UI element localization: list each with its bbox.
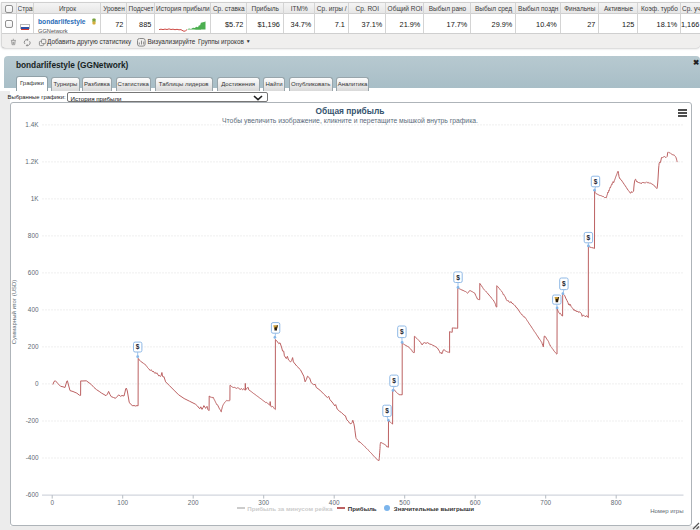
svg-text:800: 800: [611, 499, 622, 506]
svg-text:Номер игры: Номер игры: [650, 508, 683, 514]
svg-text:400: 400: [28, 306, 39, 313]
svg-text:100: 100: [117, 499, 128, 506]
svg-text:0: 0: [50, 499, 54, 506]
svg-text:200: 200: [28, 343, 39, 350]
svg-text:$: $: [587, 234, 591, 242]
svg-text:1.4K: 1.4K: [25, 121, 39, 128]
svg-text:200: 200: [188, 499, 199, 506]
svg-text:$: $: [392, 377, 396, 385]
svg-text:800: 800: [28, 232, 39, 239]
svg-text:$: $: [385, 407, 389, 415]
svg-text:-400: -400: [26, 454, 39, 461]
svg-text:$: $: [562, 280, 566, 288]
svg-text:1K: 1K: [31, 195, 40, 202]
svg-text:Суммарный итог (USD): Суммарный итог (USD): [11, 280, 17, 345]
svg-text:700: 700: [540, 499, 551, 506]
svg-text:$: $: [594, 178, 598, 186]
svg-text:$: $: [456, 274, 460, 282]
svg-text:$: $: [400, 328, 404, 336]
svg-text:600: 600: [28, 269, 39, 276]
svg-text:1.2K: 1.2K: [25, 158, 39, 165]
svg-text:0: 0: [35, 380, 39, 387]
svg-text:$: $: [136, 343, 140, 351]
svg-text:-600: -600: [26, 491, 39, 498]
svg-text:-200: -200: [26, 417, 39, 424]
